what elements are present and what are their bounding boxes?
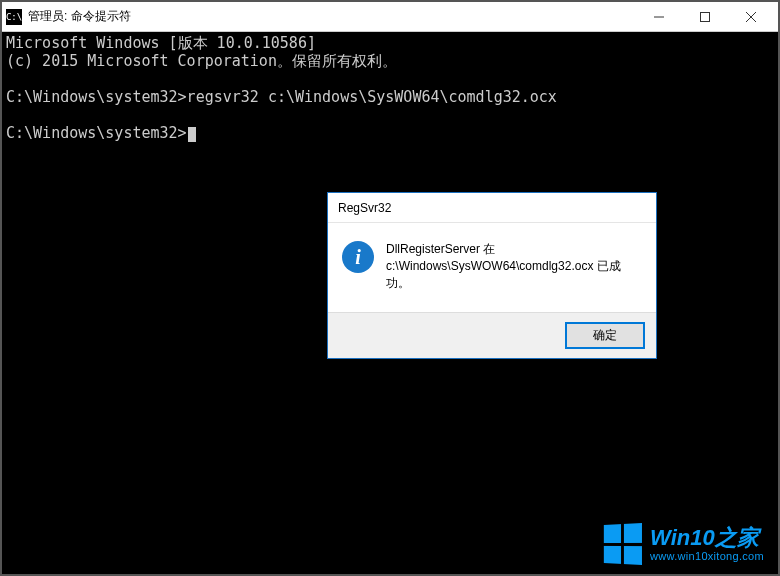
svg-rect-1 (701, 12, 710, 21)
cmd-prompt: C:\Windows\system32> (6, 124, 187, 142)
dialog-message: DllRegisterServer 在 c:\Windows\SysWOW64\… (386, 241, 642, 292)
text-cursor (188, 127, 196, 142)
cmd-line: Microsoft Windows [版本 10.0.10586] (6, 34, 316, 52)
close-button[interactable] (728, 2, 774, 32)
maximize-icon (700, 12, 710, 22)
watermark-title: Win10之家 (650, 526, 764, 550)
dialog-body: i DllRegisterServer 在 c:\Windows\SysWOW6… (328, 223, 656, 312)
dialog-message-line: c:\Windows\SysWOW64\comdlg32.ocx 已成功。 (386, 258, 642, 292)
ok-button[interactable]: 确定 (566, 323, 644, 348)
cmd-titlebar: C:\ 管理员: 命令提示符 (2, 2, 778, 32)
watermark: Win10之家 www.win10xitong.com (602, 524, 764, 564)
minimize-button[interactable] (636, 2, 682, 32)
maximize-button[interactable] (682, 2, 728, 32)
dialog-message-line: DllRegisterServer 在 (386, 241, 642, 258)
cmd-icon: C:\ (6, 9, 22, 25)
watermark-url: www.win10xitong.com (650, 550, 764, 562)
dialog-titlebar: RegSvr32 (328, 193, 656, 223)
info-icon: i (342, 241, 374, 273)
dialog-title: RegSvr32 (338, 201, 391, 215)
minimize-icon (654, 12, 664, 22)
watermark-text: Win10之家 www.win10xitong.com (650, 526, 764, 562)
regsvr32-dialog: RegSvr32 i DllRegisterServer 在 c:\Window… (327, 192, 657, 359)
cmd-line: C:\Windows\system32>regsvr32 c:\Windows\… (6, 88, 557, 106)
dialog-actions: 确定 (328, 312, 656, 358)
close-icon (746, 12, 756, 22)
window-controls (636, 2, 774, 32)
windows-logo-icon (604, 523, 642, 565)
cmd-title: 管理员: 命令提示符 (28, 8, 636, 25)
cmd-line: (c) 2015 Microsoft Corporation。保留所有权利。 (6, 52, 397, 70)
